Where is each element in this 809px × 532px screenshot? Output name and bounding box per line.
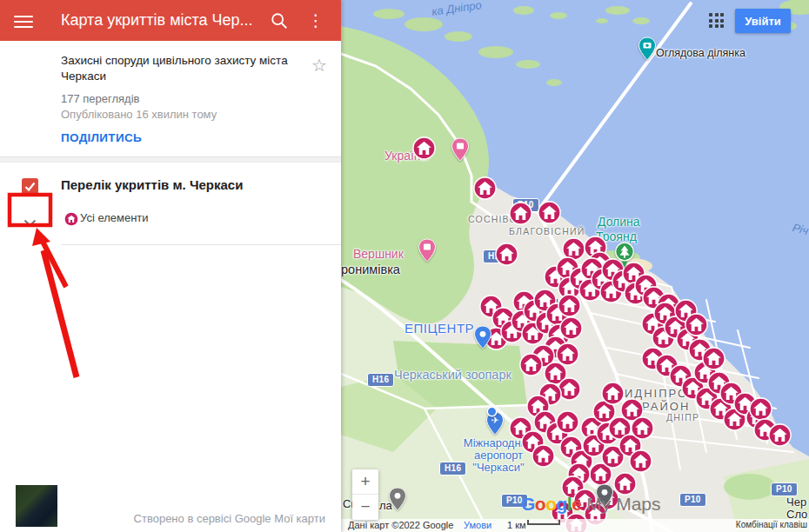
shelter-marker[interactable]	[749, 397, 772, 421]
shelter-marker[interactable]	[495, 243, 518, 266]
shelter-marker[interactable]	[519, 353, 543, 376]
shelter-marker[interactable]	[473, 176, 497, 200]
share-button[interactable]: ПОДІЛИТИСЬ	[61, 131, 142, 144]
star-icon[interactable]: ☆	[311, 55, 327, 76]
google-my-maps-app: { "sidebar": { "header": { "title": "Кар…	[0, 0, 809, 532]
scale-label: 1 км	[507, 520, 526, 530]
zoom-in-button[interactable]: +	[352, 469, 378, 495]
keyboard-shortcuts-link[interactable]: Комбінації клавіш	[736, 520, 807, 529]
map-description: Захисні споруди цивільного захисту міста…	[61, 53, 291, 84]
camera-pin[interactable]	[638, 37, 657, 64]
section-divider	[0, 156, 341, 163]
zoom-controls: + −	[352, 469, 378, 520]
all-items-row[interactable]: Усі елементи	[0, 211, 341, 229]
map-canvas[interactable]: ка ДніпроРічОглядова ділянкаУкраїнаВершн…	[341, 0, 809, 532]
chevron-down-icon[interactable]	[23, 215, 37, 230]
zoom-out-button[interactable]: −	[352, 495, 378, 520]
tree-pin[interactable]	[614, 242, 635, 272]
shelter-marker[interactable]	[631, 416, 654, 440]
map-label-dolyna-troyand-1: Долина	[598, 215, 640, 229]
map-label-vershnyk: Вершник	[353, 247, 404, 261]
scale-bar	[527, 520, 560, 525]
menu-icon[interactable]	[14, 12, 33, 28]
attribution-bar: Дані карт ©2022 Google Умови 1 км Комбін…	[341, 519, 809, 532]
google-logo-letter: g	[557, 494, 567, 514]
shelter-marker[interactable]	[509, 202, 532, 225]
map-label-airport-line2: аеропорт	[474, 449, 523, 462]
views-count: 177 переглядів	[61, 92, 306, 105]
google-apps-icon[interactable]	[709, 13, 726, 30]
terms-link[interactable]: Умови	[464, 520, 491, 530]
my-maps-wordmark: My Maps	[586, 494, 660, 514]
shelter-marker[interactable]	[556, 410, 579, 434]
road-badge-Н16: Н16	[439, 462, 466, 475]
epicentr-pin[interactable]	[473, 325, 492, 353]
map-title: Карта укриттів міста Чер...	[61, 11, 253, 30]
shelter-marker[interactable]	[768, 423, 792, 447]
shelter-marker[interactable]	[538, 201, 561, 224]
google-logo-letter: o	[545, 494, 556, 514]
map-label-oglyadova-dilyanka: Оглядова ділянка	[656, 47, 745, 59]
layer-row[interactable]: Перелік укриттів м. Черкаси	[0, 177, 341, 192]
map-label-heronymivka: ронимівка	[341, 263, 400, 276]
published-timestamp: Опубліковано 16 хвилин тому	[61, 108, 306, 121]
search-icon[interactable]	[270, 11, 289, 30]
road-badge-Р10: Р10	[679, 493, 706, 507]
created-with-label: Створено в сервісі Google Мої карти	[134, 512, 325, 525]
shelter-marker[interactable]	[412, 136, 436, 160]
hotel-pin[interactable]	[418, 238, 437, 266]
sidebar-header: Карта укриттів міста Чер... ⋮	[0, 0, 341, 41]
google-logo-letter: o	[535, 494, 545, 514]
sign-in-button[interactable]: Увійти	[735, 9, 791, 33]
google-logo-letter: e	[572, 494, 581, 514]
shelter-marker[interactable]	[685, 313, 708, 336]
all-items-label: Усі елементи	[80, 211, 341, 224]
mall-pin[interactable]	[451, 137, 470, 165]
map-label-rayon2-line2: РАЙОН	[642, 400, 690, 413]
all-items-marker-icon	[64, 212, 78, 229]
map-label-airport-line3: "Черкаси"	[472, 461, 524, 474]
google-logo: GoogleMy Maps	[521, 494, 661, 515]
map-info-section: Захисні споруди цивільного захисту міста…	[0, 41, 341, 145]
map-label-cher-fragment: Чер	[786, 495, 806, 509]
layer-section: Перелік укриттів м. Черкаси Усі елементи	[0, 177, 341, 245]
blue-dot-pin[interactable]	[486, 405, 498, 421]
map-label-epicentr: ЕПІЦЕНТР	[404, 321, 474, 336]
road-badge-Н16: Н16	[367, 373, 394, 387]
list-divider	[61, 244, 341, 245]
shelter-marker[interactable]	[702, 347, 725, 370]
shelter-marker[interactable]	[601, 382, 625, 405]
map-data-attribution: Дані карт ©2022 Google	[348, 520, 453, 530]
basemap-thumbnail[interactable]	[16, 485, 57, 527]
layer-title: Перелік укриттів м. Черкаси	[61, 177, 341, 192]
gray-pin[interactable]	[388, 487, 407, 515]
shelter-marker[interactable]	[532, 444, 555, 468]
sidebar: Карта укриттів міста Чер... ⋮ Захисні сп…	[0, 0, 341, 532]
road-badge-Р10: Р10	[771, 482, 798, 496]
shelter-marker[interactable]	[558, 294, 581, 317]
sidebar-footer: Створено в сервісі Google Мої карти	[0, 478, 341, 532]
map-label-blahovisnyi: БЛАГОВІСНИЙ	[509, 226, 585, 236]
layer-checkbox[interactable]	[22, 178, 38, 195]
shelter-marker[interactable]	[629, 449, 652, 473]
map-label-dnipr: ДНІПР	[666, 412, 699, 422]
annotation-arrow-shaft	[43, 250, 77, 377]
map-label-zoo: Черкаський зоопарк	[394, 368, 511, 382]
google-logo-letter: G	[521, 494, 535, 514]
overflow-menu-icon[interactable]: ⋮	[306, 11, 325, 30]
